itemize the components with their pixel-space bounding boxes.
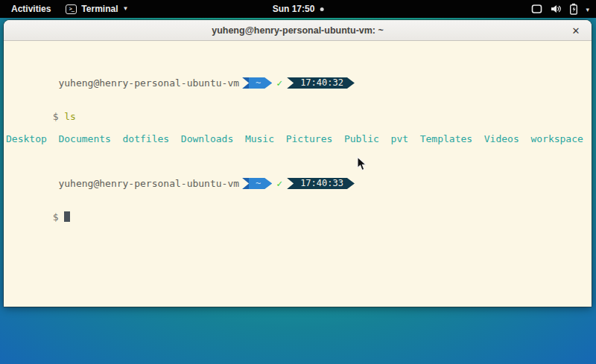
terminal-prompt-line: yuheng@henry-personal-ubuntu-vm~✓17:40:3…: [6, 167, 592, 178]
battery-charging-icon: [569, 3, 578, 15]
close-button[interactable]: ✕: [566, 22, 586, 39]
time-label: 17:40:32: [300, 77, 343, 88]
powerline-cwd-badge: ~: [242, 77, 272, 89]
time-label: 17:40:33: [300, 178, 343, 188]
terminal-content[interactable]: yuheng@henry-personal-ubuntu-vm~✓17:40:3…: [4, 42, 592, 307]
volume-icon: [550, 4, 562, 14]
typed-command: ls: [64, 111, 76, 122]
clock-label: Sun 17:50: [273, 4, 315, 14]
top-bar: Activities >_ Terminal ▼ Sun 17:50: [0, 0, 596, 18]
window-title: yuheng@henry-personal-ubuntu-vm: ~: [4, 20, 592, 41]
clock-button[interactable]: Sun 17:50: [273, 0, 324, 18]
terminal-command-line: $ ls: [6, 100, 592, 111]
chevron-down-icon: ▼: [122, 6, 128, 12]
terminal-window: yuheng@henry-personal-ubuntu-vm: ~ ✕ yuh…: [4, 20, 592, 307]
cwd-label: ~: [256, 178, 261, 188]
app-menu-label: Terminal: [81, 4, 118, 14]
success-check-icon: ✓: [276, 77, 282, 89]
shell-prompt: $: [53, 111, 65, 122]
prompt-user: yuheng@henry-personal-ubuntu-vm: [53, 77, 239, 89]
shell-prompt: $: [53, 211, 65, 223]
success-check-icon: ✓: [276, 178, 282, 189]
notification-dot-icon: [320, 7, 323, 11]
mouse-cursor-icon: [357, 156, 368, 175]
screen-icon: [531, 4, 542, 14]
terminal-output-line: Desktop Documents dotfiles Downloads Mus…: [6, 133, 592, 144]
activities-button[interactable]: Activities: [7, 2, 54, 16]
terminal-prompt-line: yuheng@henry-personal-ubuntu-vm~✓17:40:3…: [6, 66, 592, 77]
system-menu-button[interactable]: ▾: [531, 0, 589, 18]
window-titlebar[interactable]: yuheng@henry-personal-ubuntu-vm: ~ ✕: [4, 20, 592, 41]
powerline-time-badge: 17:40:32: [287, 77, 355, 89]
desktop: Activities >_ Terminal ▼ Sun 17:50: [0, 0, 596, 364]
powerline-cwd-badge: ~: [242, 178, 272, 189]
terminal-cursor: [64, 211, 70, 222]
powerline-time-badge: 17:40:33: [287, 178, 355, 189]
cwd-label: ~: [256, 77, 261, 88]
terminal-app-icon: >_: [66, 4, 77, 14]
chevron-down-icon: ▾: [586, 6, 589, 13]
prompt-user: yuheng@henry-personal-ubuntu-vm: [53, 178, 239, 189]
app-menu-button[interactable]: >_ Terminal ▼: [66, 4, 128, 14]
terminal-command-line: $: [6, 200, 592, 211]
